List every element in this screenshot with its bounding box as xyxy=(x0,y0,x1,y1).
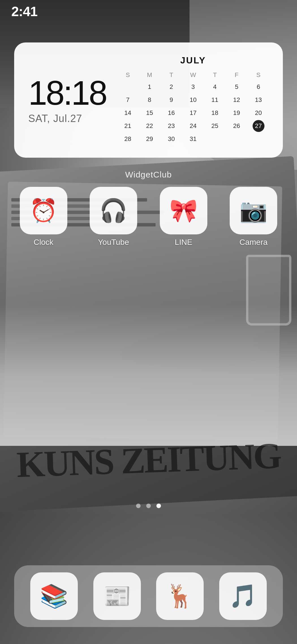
line-label: LINE xyxy=(175,238,192,247)
status-time: 2:41 xyxy=(11,4,37,19)
clock-icon-img: ⏰ xyxy=(20,187,67,234)
cal-day-6: 6 xyxy=(253,81,264,93)
app-icon-clock[interactable]: ⏰ Clock xyxy=(20,187,67,247)
app-icons-row: ⏰ Clock 🎧 YouTube 🎀 LINE 📷 Camera xyxy=(0,187,297,247)
cal-day-26: 26 xyxy=(231,120,243,132)
cal-day-3: 3 xyxy=(187,81,199,93)
glass-cup xyxy=(246,255,291,326)
camera-label: Camera xyxy=(239,238,268,247)
calendar-month-label: JULY xyxy=(117,55,269,66)
widget-clock-section: 18:18 SAT, Jul.27 xyxy=(28,76,106,125)
dock-icon-news[interactable]: 📰 xyxy=(93,572,141,620)
cal-header-f: F xyxy=(226,70,247,80)
cal-day-4: 4 xyxy=(209,81,221,93)
cal-day-30: 30 xyxy=(165,133,177,145)
app-icon-camera[interactable]: 📷 Camera xyxy=(230,187,277,247)
clock-label: Clock xyxy=(34,238,53,247)
cal-day-15: 15 xyxy=(144,107,156,119)
cal-day-21: 21 xyxy=(122,120,134,132)
calendar-grid: S M T W T F S 1 2 3 4 5 6 7 8 9 10 11 12… xyxy=(117,70,269,145)
page-dot-3-active xyxy=(156,504,161,508)
cal-day-31: 31 xyxy=(187,133,199,145)
cal-day-1: 1 xyxy=(144,81,156,93)
cal-header-s2: S xyxy=(248,70,269,80)
cal-day-11: 11 xyxy=(209,94,221,106)
youtube-label: YouTube xyxy=(98,238,129,247)
cal-header-t1: T xyxy=(161,70,182,80)
cal-day-empty4 xyxy=(253,133,264,145)
cal-day-2: 2 xyxy=(165,81,177,93)
page-dot-1 xyxy=(136,504,141,508)
app-icon-youtube[interactable]: 🎧 YouTube xyxy=(90,187,137,247)
dock-icon-music[interactable]: 🎵 xyxy=(219,572,267,620)
cal-day-16: 16 xyxy=(165,107,177,119)
cal-day-7: 7 xyxy=(122,94,134,106)
app-icon-line[interactable]: 🎀 LINE xyxy=(160,187,207,247)
dock: 📚 📰 🦌 🎵 xyxy=(14,565,283,627)
cal-day-29: 29 xyxy=(144,133,156,145)
bottom-light-area xyxy=(0,304,297,446)
cal-day-23: 23 xyxy=(165,120,177,132)
cal-day-12: 12 xyxy=(231,94,243,106)
widget-calendar-section: JULY S M T W T F S 1 2 3 4 5 6 7 8 9 10 … xyxy=(117,55,269,145)
cal-day-25: 25 xyxy=(209,120,221,132)
cal-day-18: 18 xyxy=(209,107,221,119)
cal-day-5: 5 xyxy=(231,81,243,93)
cal-day-20: 20 xyxy=(253,107,264,119)
cal-day-empty2 xyxy=(209,133,221,145)
camera-icon-img: 📷 xyxy=(230,187,277,234)
cal-day-13: 13 xyxy=(253,94,264,106)
cal-day-19: 19 xyxy=(231,107,243,119)
cal-day-14: 14 xyxy=(122,107,134,119)
cal-day-24: 24 xyxy=(187,120,199,132)
youtube-icon-img: 🎧 xyxy=(90,187,137,234)
status-bar: 2:41 xyxy=(0,0,297,23)
cal-day-empty1 xyxy=(122,81,134,93)
cal-day-empty3 xyxy=(231,133,243,145)
cal-header-w: W xyxy=(183,70,203,80)
cal-day-28: 28 xyxy=(122,133,134,145)
cal-header-m: M xyxy=(139,70,160,80)
cal-header-s1: S xyxy=(117,70,138,80)
dock-icon-creature[interactable]: 🦌 xyxy=(156,572,204,620)
cal-day-17: 17 xyxy=(187,107,199,119)
cal-day-9: 9 xyxy=(165,94,177,106)
line-icon-img: 🎀 xyxy=(160,187,207,234)
dock-icon-books[interactable]: 📚 xyxy=(30,572,78,620)
widget-time-display: 18:18 xyxy=(28,76,106,110)
datetime-widget[interactable]: 18:18 SAT, Jul.27 JULY S M T W T F S 1 2… xyxy=(14,42,283,158)
page-indicator xyxy=(0,504,297,508)
cal-header-t2: T xyxy=(205,70,225,80)
cal-day-22: 22 xyxy=(144,120,156,132)
widget-date-display: SAT, Jul.27 xyxy=(28,113,106,125)
cal-day-27-today: 27 xyxy=(253,120,264,132)
cal-day-10: 10 xyxy=(187,94,199,106)
page-dot-2 xyxy=(146,504,151,508)
widgetclub-label: WidgetClub xyxy=(0,170,297,179)
cal-day-8: 8 xyxy=(144,94,156,106)
